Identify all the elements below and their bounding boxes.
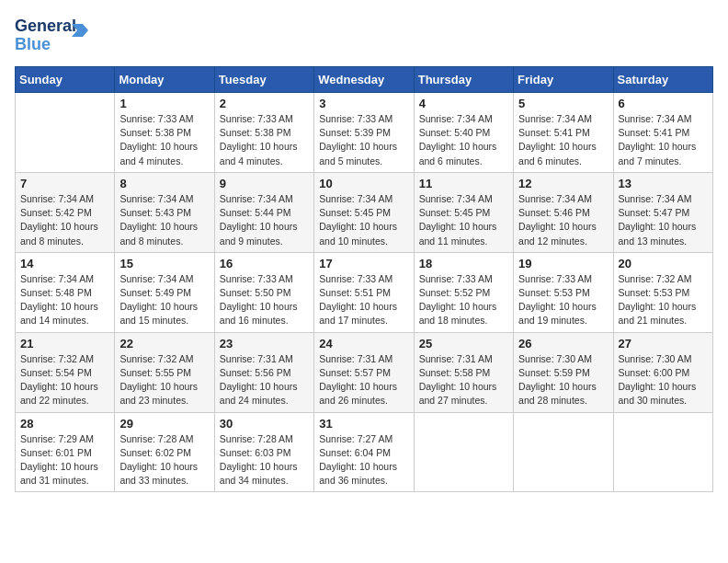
day-number: 29 bbox=[119, 417, 209, 431]
day-info: Sunrise: 7:34 AMSunset: 5:45 PMDaylight:… bbox=[419, 192, 508, 248]
calendar-cell: 22Sunrise: 7:32 AMSunset: 5:55 PMDayligh… bbox=[115, 332, 214, 412]
day-number: 12 bbox=[518, 177, 608, 190]
page-header: General Blue bbox=[15, 15, 713, 55]
day-number: 20 bbox=[619, 257, 708, 270]
day-info: Sunrise: 7:33 AMSunset: 5:50 PMDaylight:… bbox=[220, 272, 309, 328]
day-info: Sunrise: 7:33 AMSunset: 5:52 PMDaylight:… bbox=[419, 272, 508, 328]
calendar-week-row: 1Sunrise: 7:33 AMSunset: 5:38 PMDaylight… bbox=[16, 93, 713, 173]
calendar-cell bbox=[613, 412, 712, 492]
day-number: 27 bbox=[619, 337, 708, 350]
day-number: 24 bbox=[319, 337, 408, 350]
day-number: 11 bbox=[419, 177, 508, 190]
day-number: 28 bbox=[20, 417, 109, 431]
calendar-cell: 19Sunrise: 7:33 AMSunset: 5:53 PMDayligh… bbox=[514, 252, 613, 332]
day-info: Sunrise: 7:30 AMSunset: 5:59 PMDaylight:… bbox=[518, 352, 608, 408]
calendar-cell: 8Sunrise: 7:34 AMSunset: 5:43 PMDaylight… bbox=[115, 172, 214, 252]
col-header-friday: Friday bbox=[514, 67, 613, 93]
day-info: Sunrise: 7:32 AMSunset: 5:55 PMDaylight:… bbox=[119, 352, 209, 408]
day-info: Sunrise: 7:34 AMSunset: 5:46 PMDaylight:… bbox=[518, 192, 608, 248]
calendar-cell: 28Sunrise: 7:29 AMSunset: 6:01 PMDayligh… bbox=[16, 412, 115, 492]
day-number: 18 bbox=[419, 257, 508, 270]
day-number: 5 bbox=[518, 97, 608, 110]
day-info: Sunrise: 7:32 AMSunset: 5:53 PMDaylight:… bbox=[619, 272, 708, 328]
day-number: 7 bbox=[20, 177, 109, 190]
day-number: 17 bbox=[319, 257, 408, 270]
day-number: 13 bbox=[619, 177, 708, 190]
day-number: 26 bbox=[518, 337, 608, 350]
logo-text-general: General bbox=[15, 17, 76, 36]
calendar-week-row: 7Sunrise: 7:34 AMSunset: 5:42 PMDaylight… bbox=[16, 172, 713, 252]
day-info: Sunrise: 7:33 AMSunset: 5:38 PMDaylight:… bbox=[119, 112, 209, 168]
day-info: Sunrise: 7:34 AMSunset: 5:42 PMDaylight:… bbox=[20, 192, 109, 248]
logo-text-blue: Blue bbox=[15, 35, 51, 54]
day-info: Sunrise: 7:34 AMSunset: 5:41 PMDaylight:… bbox=[518, 112, 608, 168]
calendar-cell: 30Sunrise: 7:28 AMSunset: 6:03 PMDayligh… bbox=[214, 412, 313, 492]
calendar-week-row: 21Sunrise: 7:32 AMSunset: 5:54 PMDayligh… bbox=[16, 332, 713, 412]
day-number: 16 bbox=[220, 257, 309, 270]
calendar-cell: 7Sunrise: 7:34 AMSunset: 5:42 PMDaylight… bbox=[16, 172, 115, 252]
day-info: Sunrise: 7:31 AMSunset: 5:58 PMDaylight:… bbox=[419, 352, 508, 408]
calendar-header-row: SundayMondayTuesdayWednesdayThursdayFrid… bbox=[16, 67, 713, 93]
logo-arrow-icon bbox=[72, 24, 88, 37]
calendar-cell: 25Sunrise: 7:31 AMSunset: 5:58 PMDayligh… bbox=[414, 332, 513, 412]
calendar-cell: 31Sunrise: 7:27 AMSunset: 6:04 PMDayligh… bbox=[314, 412, 414, 492]
day-info: Sunrise: 7:32 AMSunset: 5:54 PMDaylight:… bbox=[20, 352, 109, 408]
day-number: 1 bbox=[119, 97, 209, 110]
calendar-cell: 23Sunrise: 7:31 AMSunset: 5:56 PMDayligh… bbox=[214, 332, 313, 412]
calendar-cell: 15Sunrise: 7:34 AMSunset: 5:49 PMDayligh… bbox=[115, 252, 214, 332]
day-number: 30 bbox=[220, 417, 309, 431]
svg-marker-0 bbox=[72, 24, 88, 37]
calendar-cell: 18Sunrise: 7:33 AMSunset: 5:52 PMDayligh… bbox=[414, 252, 513, 332]
day-info: Sunrise: 7:33 AMSunset: 5:38 PMDaylight:… bbox=[220, 112, 309, 168]
calendar-cell: 11Sunrise: 7:34 AMSunset: 5:45 PMDayligh… bbox=[414, 172, 513, 252]
day-number: 15 bbox=[119, 257, 209, 270]
calendar-cell: 1Sunrise: 7:33 AMSunset: 5:38 PMDaylight… bbox=[115, 93, 214, 173]
day-number: 25 bbox=[419, 337, 508, 350]
day-number: 8 bbox=[119, 177, 209, 190]
day-number: 2 bbox=[220, 97, 309, 110]
col-header-thursday: Thursday bbox=[414, 67, 513, 93]
day-number: 3 bbox=[319, 97, 408, 110]
calendar-cell: 5Sunrise: 7:34 AMSunset: 5:41 PMDaylight… bbox=[514, 93, 613, 173]
day-info: Sunrise: 7:34 AMSunset: 5:47 PMDaylight:… bbox=[619, 192, 708, 248]
day-info: Sunrise: 7:28 AMSunset: 6:03 PMDaylight:… bbox=[220, 432, 309, 488]
calendar-cell: 14Sunrise: 7:34 AMSunset: 5:48 PMDayligh… bbox=[16, 252, 115, 332]
col-header-sunday: Sunday bbox=[16, 67, 115, 93]
day-info: Sunrise: 7:29 AMSunset: 6:01 PMDaylight:… bbox=[20, 432, 109, 488]
day-number: 23 bbox=[220, 337, 309, 350]
calendar-cell: 6Sunrise: 7:34 AMSunset: 5:41 PMDaylight… bbox=[613, 93, 712, 173]
calendar-cell: 9Sunrise: 7:34 AMSunset: 5:44 PMDaylight… bbox=[214, 172, 313, 252]
day-info: Sunrise: 7:31 AMSunset: 5:57 PMDaylight:… bbox=[319, 352, 408, 408]
day-number: 19 bbox=[518, 257, 608, 270]
day-number: 6 bbox=[619, 97, 708, 110]
day-number: 4 bbox=[419, 97, 508, 110]
calendar-table: SundayMondayTuesdayWednesdayThursdayFrid… bbox=[15, 66, 713, 492]
calendar-week-row: 14Sunrise: 7:34 AMSunset: 5:48 PMDayligh… bbox=[16, 252, 713, 332]
day-info: Sunrise: 7:34 AMSunset: 5:44 PMDaylight:… bbox=[220, 192, 309, 248]
day-info: Sunrise: 7:27 AMSunset: 6:04 PMDaylight:… bbox=[319, 432, 408, 488]
day-info: Sunrise: 7:30 AMSunset: 6:00 PMDaylight:… bbox=[619, 352, 708, 408]
day-info: Sunrise: 7:34 AMSunset: 5:43 PMDaylight:… bbox=[119, 192, 209, 248]
col-header-saturday: Saturday bbox=[613, 67, 712, 93]
calendar-cell bbox=[16, 93, 115, 173]
calendar-cell: 21Sunrise: 7:32 AMSunset: 5:54 PMDayligh… bbox=[16, 332, 115, 412]
day-info: Sunrise: 7:33 AMSunset: 5:39 PMDaylight:… bbox=[319, 112, 408, 168]
day-info: Sunrise: 7:33 AMSunset: 5:53 PMDaylight:… bbox=[518, 272, 608, 328]
day-info: Sunrise: 7:34 AMSunset: 5:49 PMDaylight:… bbox=[119, 272, 209, 328]
day-number: 10 bbox=[319, 177, 408, 190]
day-number: 31 bbox=[319, 417, 408, 431]
day-info: Sunrise: 7:33 AMSunset: 5:51 PMDaylight:… bbox=[319, 272, 408, 328]
calendar-cell: 20Sunrise: 7:32 AMSunset: 5:53 PMDayligh… bbox=[613, 252, 712, 332]
day-number: 9 bbox=[220, 177, 309, 190]
col-header-monday: Monday bbox=[115, 67, 214, 93]
calendar-cell: 29Sunrise: 7:28 AMSunset: 6:02 PMDayligh… bbox=[115, 412, 214, 492]
day-info: Sunrise: 7:31 AMSunset: 5:56 PMDaylight:… bbox=[220, 352, 309, 408]
calendar-cell: 3Sunrise: 7:33 AMSunset: 5:39 PMDaylight… bbox=[314, 93, 414, 173]
calendar-cell: 16Sunrise: 7:33 AMSunset: 5:50 PMDayligh… bbox=[214, 252, 313, 332]
day-info: Sunrise: 7:34 AMSunset: 5:41 PMDaylight:… bbox=[619, 112, 708, 168]
calendar-cell: 17Sunrise: 7:33 AMSunset: 5:51 PMDayligh… bbox=[314, 252, 414, 332]
calendar-cell bbox=[514, 412, 613, 492]
calendar-cell bbox=[414, 412, 513, 492]
calendar-cell: 4Sunrise: 7:34 AMSunset: 5:40 PMDaylight… bbox=[414, 93, 513, 173]
logo: General Blue bbox=[15, 15, 97, 55]
